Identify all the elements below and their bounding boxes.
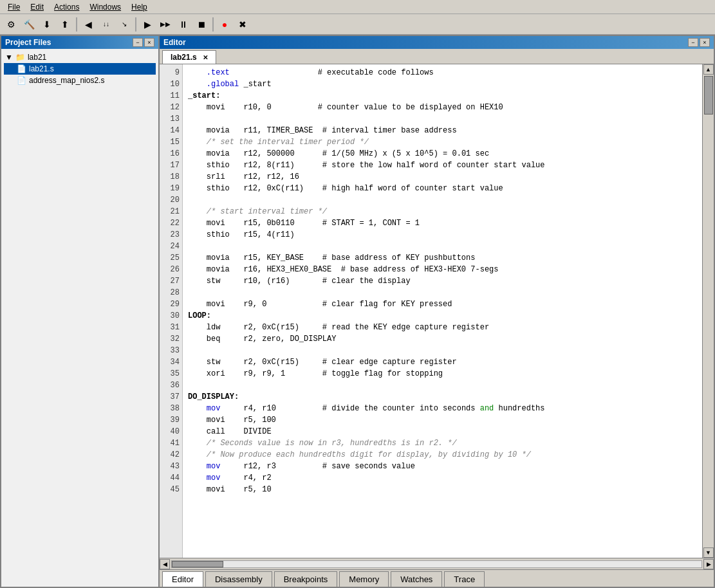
code-line-26: movia r16, HEX3_HEX0_BASE # base address… — [188, 264, 697, 275]
tree-label-addressmap: address_map_nios2.s — [29, 76, 104, 85]
file-icon-addressmap: 📄 — [17, 76, 26, 85]
project-title: Project Files — [5, 38, 51, 47]
sep-2 — [135, 17, 136, 32]
run2-toolbar-btn[interactable]: ▶▶ — [157, 16, 174, 33]
editor-tab-lab21s[interactable]: lab21.s ✕ — [162, 50, 216, 64]
project-panel: Project Files − × ▼ 📁 lab21 📄 lab21.s 📄 … — [0, 35, 160, 588]
code-line-45: movi r5, 10 — [188, 484, 697, 495]
horizontal-scrollbar: ◀ ▶ — [160, 558, 714, 569]
clear-toolbar-btn[interactable]: ✖ — [234, 16, 251, 33]
code-line-40: call DIVIDE — [188, 426, 697, 437]
line-numbers: 9101112131415161718192021222324252627282… — [160, 64, 183, 558]
code-line-18: srli r12, r12, 16 — [188, 171, 697, 183]
bottom-tab-watches[interactable]: Watches — [391, 571, 442, 587]
tree-item-addressmap[interactable]: 📄 address_map_nios2.s — [4, 75, 156, 86]
code-area: 9101112131415161718192021222324252627282… — [160, 64, 714, 558]
step-over-toolbar-btn[interactable]: ↓↓ — [98, 16, 115, 33]
menu-help[interactable]: Help — [126, 1, 153, 13]
tree-item-lab21[interactable]: ▼ 📁 lab21 — [4, 51, 156, 63]
stop-toolbar-btn[interactable]: ⏹ — [193, 16, 210, 33]
code-line-38: mov r4, r10 # divide the counter into se… — [188, 403, 697, 414]
main-area: Project Files − × ▼ 📁 lab21 📄 lab21.s 📄 … — [0, 35, 715, 588]
hscroll-track — [171, 560, 702, 568]
sep-3 — [212, 17, 214, 32]
tree-item-lab21s[interactable]: 📄 lab21.s — [4, 63, 156, 75]
hscroll-right-btn[interactable]: ▶ — [703, 559, 714, 569]
compile-toolbar-btn[interactable]: 🔨 — [21, 16, 37, 33]
code-line-33 — [188, 345, 697, 356]
code-line-35: xori r9, r9, 1 # toggle flag for stoppin… — [188, 368, 697, 380]
code-line-23: sthio r15, 4(r11) — [188, 229, 697, 241]
code-line-37: DO_DISPLAY: — [188, 391, 697, 403]
bottom-tab-breakpoints[interactable]: Breakpoints — [274, 571, 338, 587]
menu-file[interactable]: File — [3, 1, 25, 13]
bottom-tab-trace[interactable]: Trace — [444, 571, 485, 587]
code-line-27: stw r10, (r16) # clear the display — [188, 275, 697, 287]
code-line-25: movia r15, KEY_BASE # base address of KE… — [188, 252, 697, 264]
code-line-28 — [188, 287, 697, 299]
folder-icon: 📁 — [15, 53, 25, 62]
vertical-scrollbar[interactable]: ▲ ▼ — [702, 64, 714, 558]
upload-toolbar-btn[interactable]: ⬆ — [57, 16, 73, 33]
code-line-15: /* set the interval timer period */ — [188, 136, 697, 148]
code-line-36 — [188, 380, 697, 391]
code-line-21: /* start interval timer */ — [188, 206, 697, 217]
tab-close-btn[interactable]: ✕ — [203, 54, 208, 61]
scroll-up-btn[interactable]: ▲ — [703, 64, 714, 75]
breakpoint-toolbar-btn[interactable]: ● — [216, 16, 233, 33]
download-toolbar-btn[interactable]: ⬇ — [39, 16, 55, 33]
editor-tabs: lab21.s ✕ — [160, 49, 714, 64]
code-line-43: mov r12, r3 # save seconds value — [188, 461, 697, 472]
scroll-track-inner — [703, 75, 714, 547]
editor-minimize-btn[interactable]: − — [688, 38, 698, 47]
bottom-tab-disassembly[interactable]: Disassembly — [205, 571, 272, 587]
code-line-24 — [188, 241, 697, 252]
scroll-thumb[interactable] — [704, 76, 713, 115]
code-line-14: movia r11, TIMER_BASE # interval timer b… — [188, 125, 697, 136]
code-line-39: movi r5, 100 — [188, 414, 697, 426]
settings-toolbar-btn[interactable]: ⚙ — [3, 16, 19, 33]
code-line-29: movi r9, 0 # clear flag for KEY pressed — [188, 299, 697, 310]
bottom-tab-memory[interactable]: Memory — [339, 571, 389, 587]
code-line-34: stw r2, 0xC(r15) # clear edge capture re… — [188, 356, 697, 368]
code-line-42: /* Now produce each hundredths digit for… — [188, 449, 697, 461]
code-line-10: .global _start — [188, 78, 697, 90]
hscroll-thumb[interactable] — [172, 561, 223, 567]
code-line-41: /* Seconds value is now in r3, hundredth… — [188, 437, 697, 449]
code-content[interactable]: .text # executable code follows .global … — [183, 64, 702, 558]
editor-close-btn[interactable]: × — [700, 38, 710, 47]
code-line-12: movi r10, 0 # counter value to be displa… — [188, 102, 697, 113]
back-toolbar-btn[interactable]: ◀ — [80, 16, 97, 33]
pause-toolbar-btn[interactable]: ⏸ — [175, 16, 192, 33]
editor-panel: Editor − × lab21.s ✕ 9101112131415161718… — [160, 35, 715, 588]
project-title-controls: − × — [133, 38, 154, 47]
menu-actions[interactable]: Actions — [49, 1, 84, 13]
code-line-13 — [188, 113, 697, 125]
menubar: File Edit Actions Windows Help — [0, 0, 715, 14]
folder-expand-icon: ▼ — [5, 53, 13, 62]
toolbar: ⚙ 🔨 ⬇ ⬆ ◀ ↓↓ ↘ ▶ ▶▶ ⏸ ⏹ ● ✖ — [0, 14, 715, 35]
code-line-22: movi r15, 0b0110 # START = 1, CONT = 1 — [188, 217, 697, 229]
project-minimize-btn[interactable]: − — [133, 38, 143, 47]
file-icon-lab21s: 📄 — [17, 64, 26, 73]
run-toolbar-btn[interactable]: ▶ — [139, 16, 156, 33]
project-titlebar: Project Files − × — [1, 36, 158, 49]
scroll-down-btn[interactable]: ▼ — [703, 547, 714, 558]
editor-title: Editor — [163, 38, 186, 47]
code-line-44: mov r4, r2 — [188, 472, 697, 484]
project-close-btn[interactable]: × — [144, 38, 154, 47]
code-line-32: beq r2, zero, DO_DISPLAY — [188, 333, 697, 345]
code-line-20 — [188, 194, 697, 206]
tree-label-lab21: lab21 — [28, 53, 46, 62]
hscroll-left-btn[interactable]: ◀ — [160, 559, 170, 569]
bottom-tab-editor[interactable]: Editor — [162, 571, 203, 587]
menu-edit[interactable]: Edit — [25, 1, 49, 13]
code-line-17: sthio r12, 8(r11) # store the low half w… — [188, 160, 697, 171]
menu-windows[interactable]: Windows — [84, 1, 126, 13]
sep-1 — [76, 17, 77, 32]
code-line-19: sthio r12, 0xC(r11) # high half word of … — [188, 183, 697, 194]
code-line-31: ldw r2, 0xC(r15) # read the KEY edge cap… — [188, 322, 697, 333]
code-line-30: LOOP: — [188, 310, 697, 322]
step-into-toolbar-btn[interactable]: ↘ — [116, 16, 133, 33]
bottom-tabs: Editor Disassembly Breakpoints Memory Wa… — [160, 569, 714, 587]
